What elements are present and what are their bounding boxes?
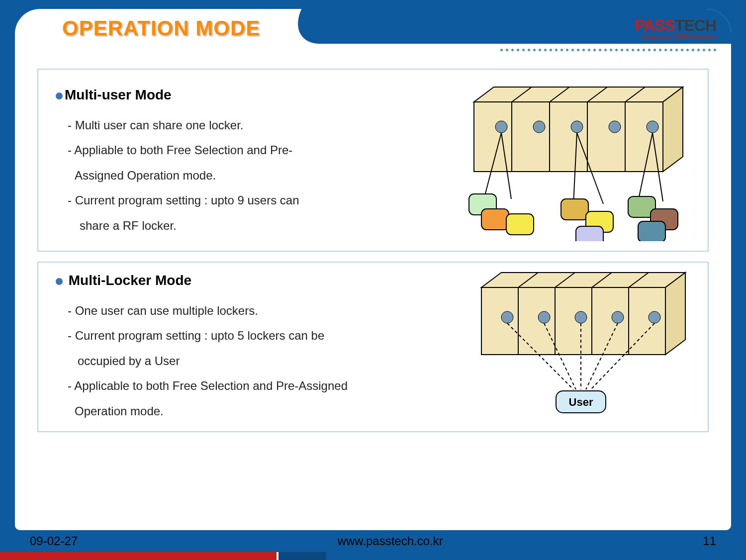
- svg-point-45: [612, 311, 624, 323]
- multi-locker-section: Multi-Locker Mode - One user can use mul…: [37, 262, 709, 432]
- text-line: share a RF locker.: [68, 213, 364, 238]
- logo-tagline: Smartcard / RFID Systems: [635, 33, 716, 40]
- svg-rect-34: [555, 287, 592, 355]
- svg-marker-31: [481, 273, 685, 287]
- multi-user-diagram: [454, 82, 693, 241]
- svg-rect-32: [481, 287, 518, 355]
- svg-marker-6: [663, 87, 683, 172]
- logo-prefix: PASS: [635, 16, 675, 34]
- text-line: - Applicable to both Free Selection and …: [68, 373, 414, 398]
- text-line: occupied by a User: [68, 349, 414, 373]
- text-line: Operation mode.: [68, 399, 414, 424]
- svg-point-42: [501, 311, 513, 323]
- svg-rect-25: [561, 199, 588, 220]
- svg-point-13: [571, 121, 583, 133]
- text-line: - Multi user can share one locker.: [68, 113, 364, 138]
- svg-rect-35: [592, 287, 629, 355]
- svg-point-46: [649, 311, 660, 323]
- svg-point-43: [538, 311, 550, 323]
- text-line: - Appliable to both Free Selection and P…: [68, 138, 364, 163]
- svg-rect-4: [587, 102, 625, 172]
- svg-point-44: [575, 311, 587, 323]
- footer-date: 09-02-27: [30, 534, 78, 548]
- svg-rect-24: [506, 214, 534, 235]
- svg-rect-23: [481, 209, 509, 230]
- logo-suffix: TECH: [675, 16, 716, 34]
- user-label: User: [569, 396, 593, 408]
- svg-rect-30: [638, 221, 665, 241]
- text-line: Assigned Operation mode.: [68, 163, 364, 188]
- svg-rect-2: [512, 102, 550, 172]
- footer-page: 11: [703, 534, 716, 548]
- svg-point-11: [495, 121, 507, 133]
- svg-rect-1: [474, 102, 512, 172]
- brand-logo: PASSTECH Smartcard / RFID Systems: [635, 16, 716, 40]
- footer-url: www.passtech.co.kr: [338, 534, 443, 548]
- slide-header: OPERATION MODE PASSTECH Smartcard / RFID…: [15, 9, 731, 54]
- svg-marker-37: [665, 273, 685, 355]
- heading-text: Multi-Locker Mode: [65, 273, 191, 288]
- footer-accent-bar: [0, 552, 279, 560]
- bullet-icon: [56, 93, 63, 99]
- section-body: - Multi user can share one locker. - App…: [56, 113, 364, 238]
- section-body: - One user can use multiple lockers. - C…: [56, 298, 414, 424]
- multi-user-section: Multi-user Mode - Multi user can share o…: [37, 69, 709, 252]
- bullet-icon: [56, 278, 63, 285]
- svg-point-12: [533, 121, 545, 133]
- svg-rect-27: [576, 226, 603, 241]
- slide: OPERATION MODE PASSTECH Smartcard / RFID…: [15, 9, 731, 530]
- svg-point-15: [647, 121, 658, 133]
- heading-text: Multi-user Mode: [65, 87, 172, 102]
- multi-locker-diagram: User: [466, 268, 695, 417]
- slide-footer: 09-02-27 www.passtech.co.kr 11: [15, 531, 731, 551]
- svg-rect-33: [518, 287, 555, 355]
- svg-rect-3: [550, 102, 587, 172]
- text-line: - One user can use multiple lockers.: [68, 298, 414, 323]
- svg-point-14: [609, 121, 621, 133]
- decorative-dots: [500, 49, 716, 51]
- page-title: OPERATION MODE: [62, 16, 260, 40]
- svg-marker-0: [474, 87, 683, 102]
- text-line: - Current program setting : upto 5 locke…: [68, 323, 414, 348]
- text-line: - Current program setting : upto 9 users…: [68, 188, 364, 213]
